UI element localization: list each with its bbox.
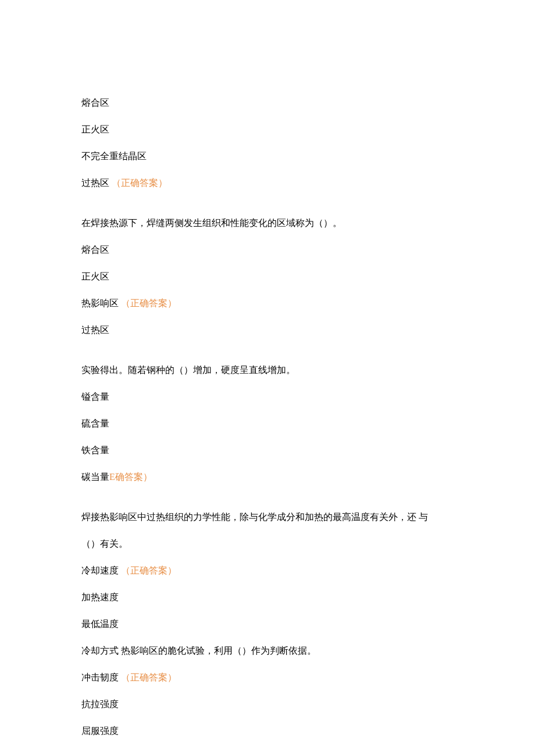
q4-option-2: 加热速度 bbox=[81, 590, 454, 604]
q2-option-3-text: 热影响区 bbox=[81, 298, 119, 308]
q4-option-7: 屈服强度 bbox=[81, 724, 454, 738]
q3-option-4-text: 碳当量 bbox=[81, 472, 109, 482]
q1-option-4-text: 过热区 bbox=[81, 178, 109, 188]
q4-option-5: 冲击韧度 （正确答案） bbox=[81, 671, 454, 685]
q3-question: 实验得出。随若钢种的（）增加，硬度呈直线增加。 bbox=[81, 363, 454, 377]
q4-option-3: 最低温度 bbox=[81, 617, 454, 631]
q4-correct-mark-2: （正确答案） bbox=[121, 672, 177, 682]
q1-option-4: 过热区 （正确答案） bbox=[81, 176, 454, 190]
q3-option-4: 碳当量E确答案） bbox=[81, 470, 454, 484]
q2-option-2: 正火区 bbox=[81, 270, 454, 284]
q1-option-3: 不完全重结晶区 bbox=[81, 149, 454, 163]
q2-correct-mark: （正确答案） bbox=[121, 298, 177, 308]
q4-option-1-text: 冷却速度 bbox=[81, 565, 119, 575]
q4-question-line2: （）有关。 bbox=[81, 537, 454, 551]
q1-correct-mark: （正确答案） bbox=[112, 178, 167, 188]
q2-option-3: 热影响区 （正确答案） bbox=[81, 296, 454, 310]
q4-question-line1: 焊接热影响区中过热组织的力学性能，除与化学成分和加热的最高温度有关外，还 与 bbox=[81, 510, 454, 524]
q4-option-4: 冷却方式 热影响区的脆化试验，利用（）作为判断依据。 bbox=[81, 644, 454, 658]
q4-option-6: 抗拉强度 bbox=[81, 697, 454, 711]
q1-option-2: 正火区 bbox=[81, 123, 454, 137]
q2-question: 在焊接热源下，焊缝两侧发生组织和性能变化的区域称为（）。 bbox=[81, 216, 454, 230]
q4-correct-mark-1: （正确答案） bbox=[121, 565, 177, 575]
q2-option-4: 过热区 bbox=[81, 323, 454, 337]
q4-option-5-text: 冲击韧度 bbox=[81, 672, 119, 682]
q2-option-1: 熔合区 bbox=[81, 243, 454, 257]
q4-option-1: 冷却速度 （正确答案） bbox=[81, 564, 454, 578]
q3-option-3: 铁含量 bbox=[81, 443, 454, 457]
q1-option-1: 熔合区 bbox=[81, 96, 454, 110]
q3-correct-mark: E确答案） bbox=[109, 472, 152, 482]
q3-option-2: 硫含量 bbox=[81, 417, 454, 431]
q3-option-1: 镒含量 bbox=[81, 390, 454, 404]
